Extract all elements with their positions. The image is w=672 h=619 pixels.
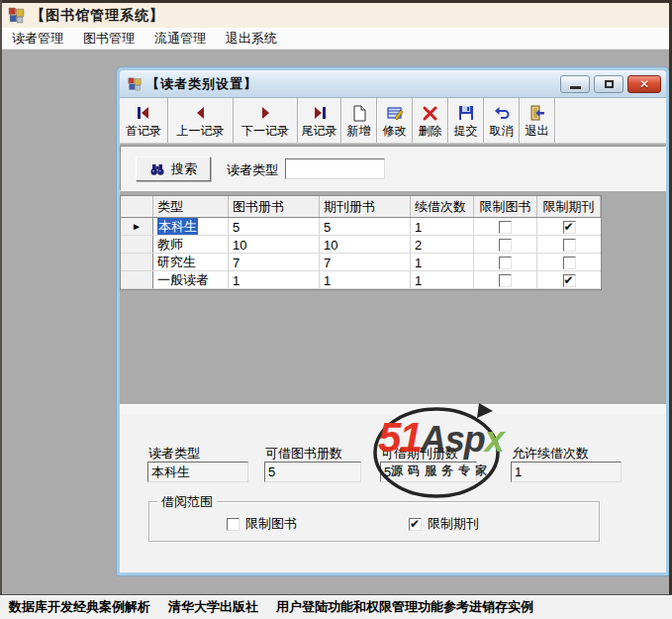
next-record-button[interactable]: 下一记录	[234, 98, 298, 143]
last-record-icon	[311, 104, 329, 122]
mdi-client-area: 【读者类别设置】 ✕ 首记录	[0, 50, 672, 594]
restrict-periodicals-checkbox[interactable]	[563, 221, 576, 234]
detail-panel: 读者类型 可借图书册数 可借期刊册数 允许续借次数 借阅范围 限制图书	[120, 404, 666, 572]
cell-periodicals[interactable]: 7	[320, 254, 411, 270]
menu-item-exit-system[interactable]: 退出系统	[216, 27, 287, 51]
column-header-type[interactable]: 类型	[153, 196, 229, 217]
submit-button[interactable]: 提交	[448, 98, 484, 143]
dialog-winforms-icon	[128, 77, 142, 91]
toolbar-button-label: 首记录	[126, 123, 161, 140]
main-window-title: 【图书馆管理系统】	[31, 7, 164, 25]
table-row[interactable]: 研究生 7 7 1	[121, 254, 601, 271]
cell-renewals[interactable]: 1	[411, 271, 474, 288]
reader-category-grid: 类型 图书册书 期刊册书 续借次数 限制图书 限制期刊 ► 本科生 5 5 1	[120, 195, 602, 290]
restrict-periodicals-checkbox[interactable]	[409, 518, 422, 531]
column-header-restrict-books[interactable]: 限制图书	[474, 196, 537, 217]
cell-books[interactable]: 5	[229, 218, 320, 235]
cell-periodicals[interactable]: 10	[320, 236, 411, 253]
status-segment-publisher: 清华大学出版社	[168, 598, 258, 616]
status-segment-note: 用户登陆功能和权限管理功能参考进销存实例	[276, 598, 533, 616]
minimize-icon	[570, 86, 581, 89]
edit-button[interactable]: 修改	[377, 98, 413, 143]
row-selector[interactable]	[121, 254, 153, 270]
menu-item-circulation-management[interactable]: 流通管理	[144, 27, 216, 51]
search-panel: 搜索 读者类型	[120, 146, 666, 191]
dialog-title-bar: 【读者类别设置】 ✕	[120, 70, 666, 98]
restrict-books-checkbox[interactable]	[227, 518, 240, 531]
first-record-icon	[135, 104, 152, 122]
column-header-renewals[interactable]: 续借次数	[411, 196, 474, 217]
save-icon	[457, 104, 475, 122]
restrict-periodicals-checkbox[interactable]	[563, 257, 576, 269]
toolbar-button-label: 新增	[347, 123, 371, 140]
cell-books[interactable]: 10	[229, 236, 320, 253]
restrict-books-checkbox[interactable]	[499, 257, 512, 269]
menu-item-book-management[interactable]: 图书管理	[73, 27, 144, 51]
window-frame-top	[0, 0, 672, 3]
borrowable-books-label: 可借图书册数	[265, 445, 342, 463]
cell-periodicals[interactable]: 1	[320, 271, 411, 288]
borrowable-books-field[interactable]	[264, 462, 361, 482]
cancel-button[interactable]: 取消	[484, 98, 520, 143]
new-button[interactable]: 新增	[341, 98, 377, 143]
toolbar-button-label: 取消	[490, 123, 514, 140]
status-bar: 数据库开发经典案例解析 清华大学出版社 用户登陆功能和权限管理功能参考进销存实例	[0, 594, 672, 619]
reader-type-search-input[interactable]	[285, 158, 385, 179]
restrict-books-checkbox[interactable]	[499, 274, 512, 287]
cell-books[interactable]: 7	[229, 254, 320, 270]
restore-icon	[605, 80, 614, 88]
row-selector[interactable]	[121, 271, 153, 288]
delete-button[interactable]: 删除	[413, 98, 448, 143]
borrowable-periodicals-field[interactable]	[380, 462, 477, 482]
cell-renewals[interactable]: 1	[411, 218, 474, 235]
selected-cell-text: 本科生	[157, 218, 198, 235]
dialog-title: 【读者类别设置】	[146, 75, 556, 93]
grid-header-row: 类型 图书册书 期刊册书 续借次数 限制图书 限制期刊	[121, 196, 601, 218]
reader-type-field[interactable]	[147, 462, 248, 482]
cell-type[interactable]: 一般读者	[153, 271, 229, 288]
cell-renewals[interactable]: 2	[411, 236, 474, 253]
reader-type-search-label: 读者类型	[227, 161, 278, 179]
binoculars-icon	[149, 161, 165, 177]
toolbar-button-label: 提交	[454, 123, 478, 140]
cell-books[interactable]: 1	[229, 271, 320, 288]
restore-button[interactable]	[594, 75, 624, 93]
cell-type[interactable]: 研究生	[153, 254, 229, 270]
restrict-books-checkbox[interactable]	[499, 239, 512, 252]
undo-icon	[493, 104, 511, 122]
exit-button[interactable]: 退出	[520, 98, 555, 143]
main-title-bar: 【图书馆管理系统】	[0, 3, 672, 28]
previous-record-button[interactable]: 上一记录	[168, 98, 234, 143]
restrict-books-checkbox[interactable]	[499, 221, 512, 234]
last-record-button[interactable]: 尾记录	[298, 98, 341, 143]
table-row[interactable]: 教师 10 10 2	[121, 236, 601, 254]
table-row[interactable]: ► 本科生 5 5 1	[121, 218, 601, 236]
column-header-books[interactable]: 图书册书	[229, 196, 320, 217]
restrict-books-option[interactable]: 限制图书	[227, 515, 297, 533]
close-button[interactable]: ✕	[627, 75, 661, 93]
toolbar-button-label: 下一记录	[241, 123, 289, 140]
restrict-periodicals-checkbox[interactable]	[563, 239, 576, 252]
search-button[interactable]: 搜索	[136, 156, 211, 181]
menu-item-reader-management[interactable]: 读者管理	[2, 27, 73, 51]
cell-periodicals[interactable]: 5	[320, 218, 411, 235]
status-segment-book-title: 数据库开发经典案例解析	[9, 598, 150, 616]
column-header-periodicals[interactable]: 期刊册书	[320, 196, 411, 217]
restrict-periodicals-checkbox[interactable]	[563, 274, 576, 287]
restrict-periodicals-option[interactable]: 限制期刊	[409, 515, 479, 533]
row-selector[interactable]	[121, 236, 153, 253]
column-header-restrict-periodicals[interactable]: 限制期刊	[537, 196, 601, 217]
cell-renewals[interactable]: 1	[411, 254, 474, 270]
cell-restrict-books	[474, 236, 537, 253]
cell-type[interactable]: 教师	[153, 236, 229, 253]
minimize-button[interactable]	[560, 75, 590, 93]
search-button-label: 搜索	[171, 160, 197, 178]
new-document-icon	[350, 104, 368, 122]
first-record-button[interactable]: 首记录	[120, 98, 168, 143]
allowed-renewals-field[interactable]	[511, 462, 622, 482]
table-row[interactable]: 一般读者 1 1 1	[121, 271, 601, 289]
toolbar-button-label: 修改	[383, 123, 407, 140]
cell-type[interactable]: 本科生	[153, 218, 229, 235]
borrow-scope-groupbox: 借阅范围 限制图书 限制期刊	[148, 501, 600, 542]
row-selector[interactable]: ►	[121, 218, 153, 235]
